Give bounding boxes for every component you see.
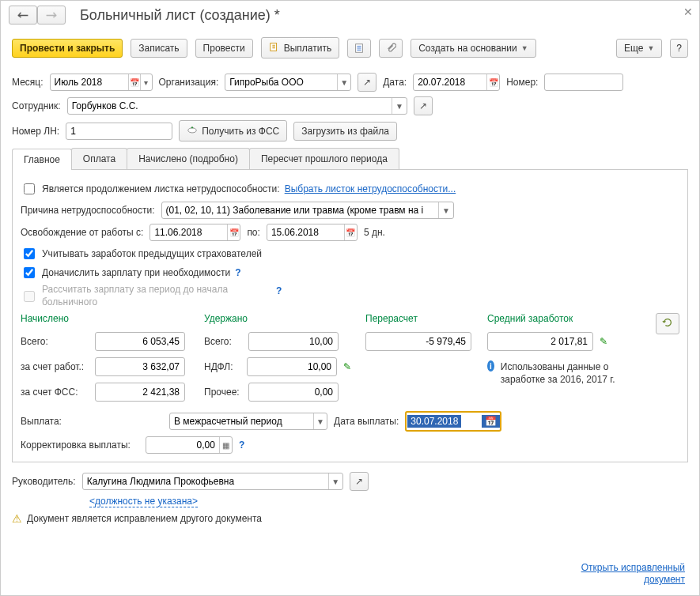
calendar-icon[interactable]: 📅 — [227, 224, 240, 240]
create-based-on-button[interactable]: Создать на основании ▼ — [411, 39, 535, 58]
correction-label: Корректировка выплаты: — [21, 439, 139, 451]
tab-main[interactable]: Главное — [12, 149, 72, 170]
date-input[interactable] — [414, 77, 486, 88]
accrue-salary-checkbox[interactable] — [24, 267, 35, 278]
accrued-total-field[interactable] — [95, 332, 185, 351]
calculator-icon[interactable]: ▦ — [219, 437, 232, 453]
deducted-total-field[interactable] — [248, 332, 339, 351]
payout-period-input[interactable] — [170, 416, 313, 427]
recalc-field[interactable] — [365, 332, 471, 351]
ln-field[interactable] — [66, 123, 172, 140]
recalc-heading: Перерасчет — [365, 313, 473, 324]
calendar-icon[interactable]: 📅 — [486, 74, 499, 90]
to-label: по: — [247, 227, 260, 238]
load-from-file-button[interactable]: Загрузить из файла — [293, 122, 397, 141]
post-close-button[interactable]: Провести и закрыть — [12, 39, 123, 58]
payout-label: Выплата: — [21, 416, 163, 427]
refresh-button[interactable] — [656, 313, 679, 334]
help-icon[interactable]: ? — [276, 285, 282, 296]
period-to-input[interactable] — [267, 227, 344, 238]
chevron-down-icon[interactable]: ▼ — [337, 74, 350, 90]
titlebar: 🡐 🡒 Больничный лист (создание) * — [1, 1, 699, 32]
month-field[interactable]: 📅 ▾ — [50, 74, 153, 91]
document-journal-button[interactable] — [347, 39, 371, 58]
attachments-button[interactable] — [379, 39, 403, 58]
more-button[interactable]: Еще ▼ — [616, 39, 662, 58]
calc-before-checkbox — [24, 291, 35, 302]
ln-label: Номер ЛН: — [12, 126, 59, 137]
close-icon[interactable]: ✕ — [683, 6, 693, 18]
employee-field[interactable]: ▼ — [67, 97, 407, 115]
manager-field[interactable]: ▼ — [82, 473, 343, 490]
calendar-icon[interactable]: 📅 — [344, 224, 357, 240]
period-to-field[interactable]: 📅 — [267, 224, 358, 241]
org-open-button[interactable]: ↗ — [358, 73, 376, 92]
warning-text: Документ является исправлением другого д… — [27, 513, 262, 524]
spinner-icon[interactable]: ▾ — [140, 74, 152, 90]
pencil-icon[interactable]: ✎ — [343, 361, 351, 372]
tab-accrued[interactable]: Начислено (подробно) — [127, 148, 250, 169]
post-button[interactable]: Провести — [195, 39, 253, 58]
manager-label: Руководитель: — [12, 476, 76, 487]
position-link[interactable]: <должность не указана> — [89, 496, 198, 507]
nav-back-button[interactable]: 🡐 — [9, 6, 37, 25]
cloud-icon — [187, 124, 198, 138]
chevron-down-icon[interactable]: ▼ — [438, 202, 452, 218]
is-continuation-checkbox[interactable] — [24, 183, 35, 194]
calendar-icon[interactable]: 📅 — [482, 415, 500, 428]
chevron-down-icon[interactable]: ▼ — [328, 473, 342, 489]
accrued-heading: Начислено — [21, 313, 190, 324]
get-from-fss-button[interactable]: Получить из ФСС — [179, 120, 287, 141]
help-icon[interactable]: ? — [235, 267, 240, 278]
reason-field[interactable]: ▼ — [161, 202, 454, 219]
accrued-employer-field[interactable] — [95, 357, 185, 376]
manager-input[interactable] — [83, 476, 328, 487]
calendar-icon[interactable]: 📅 — [128, 74, 140, 90]
number-input[interactable] — [545, 77, 622, 88]
accrued-fss-field[interactable] — [95, 383, 185, 402]
select-sheet-link[interactable]: Выбрать листок нетрудоспособности... — [285, 183, 456, 194]
tab-recalc[interactable]: Пересчет прошлого периода — [249, 148, 399, 169]
toolbar: Провести и закрыть Записать Провести Вып… — [1, 32, 699, 65]
open-corrected-link[interactable]: Открыть исправленный документ — [581, 562, 685, 586]
tab-payment[interactable]: Оплата — [71, 148, 127, 169]
payout-date-field[interactable]: 30.07.2018 📅 — [405, 411, 501, 432]
employee-input[interactable] — [68, 100, 392, 111]
chevron-down-icon[interactable]: ▼ — [392, 98, 406, 114]
use-prev-insurers-checkbox[interactable] — [24, 248, 35, 259]
employee-open-button[interactable]: ↗ — [414, 96, 433, 115]
avg-field[interactable] — [487, 332, 593, 351]
correction-field[interactable]: ▦ — [146, 436, 233, 454]
other-label: Прочее: — [204, 387, 242, 398]
employer-label: за счет работ.: — [21, 361, 89, 372]
month-input[interactable] — [51, 77, 129, 88]
deducted-ndfl-field[interactable] — [247, 357, 337, 376]
period-from-field[interactable]: 📅 — [149, 224, 240, 241]
period-from-input[interactable] — [150, 227, 227, 238]
use-prev-insurers-label: Учитывать заработок предыдущих страховат… — [42, 248, 262, 259]
reason-input[interactable] — [162, 205, 439, 216]
ln-input[interactable] — [66, 126, 172, 137]
chevron-down-icon[interactable]: ▼ — [313, 413, 327, 429]
pencil-icon[interactable]: ✎ — [600, 336, 607, 347]
svg-point-2 — [188, 128, 197, 133]
correction-input[interactable] — [146, 439, 219, 451]
date-label: Дата: — [383, 77, 407, 88]
payout-period-field[interactable]: ▼ — [169, 413, 327, 430]
calc-before-label: Рассчитать зарплату за период до начала … — [42, 284, 240, 308]
tab-pane-main: Является продолжением листка нетрудоспос… — [12, 170, 688, 462]
org-input[interactable] — [225, 77, 337, 88]
svg-rect-1 — [356, 43, 363, 52]
tabs: Главное Оплата Начислено (подробно) Пере… — [12, 148, 688, 170]
date-field[interactable]: 📅 — [413, 74, 500, 91]
help-button[interactable]: ? — [670, 39, 688, 58]
window-title: Больничный лист (создание) * — [80, 7, 280, 24]
org-field[interactable]: ▼ — [225, 74, 351, 91]
help-icon[interactable]: ? — [239, 439, 244, 451]
save-button[interactable]: Записать — [131, 39, 187, 58]
payout-button[interactable]: Выплатить — [261, 37, 340, 58]
deducted-heading: Удержано — [204, 313, 351, 324]
deducted-other-field[interactable] — [248, 383, 339, 402]
manager-open-button[interactable]: ↗ — [350, 472, 369, 491]
number-field[interactable] — [544, 74, 623, 91]
